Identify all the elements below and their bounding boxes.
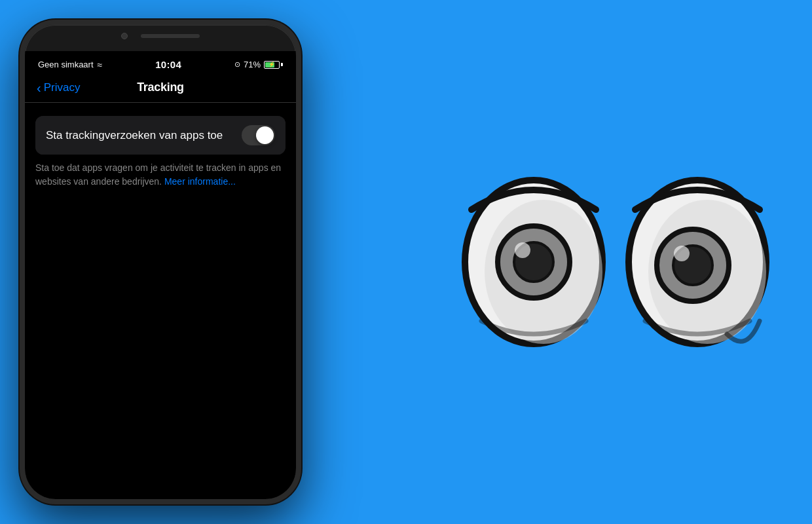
wifi-icon: ≈ [98,60,103,70]
eyes-illustration [452,131,779,393]
status-right: ⊙ 71% ⚡ [234,60,283,69]
description-text: Sta toe dat apps vragen om je activiteit… [25,155,296,199]
phone-speaker [141,34,200,38]
svg-point-9 [674,246,690,261]
tracking-toggle-label: Sta trackingverzoeken van apps toe [46,129,242,142]
phone-wrapper: Geen simkaart ≈ 10:04 ⊙ 71% ⚡ [20,20,301,504]
sim-status: Geen simkaart [38,60,94,69]
back-chevron-icon: ‹ [37,81,41,94]
phone-device: Geen simkaart ≈ 10:04 ⊙ 71% ⚡ [20,20,301,504]
time-display: 10:04 [155,59,181,70]
status-bar: Geen simkaart ≈ 10:04 ⊙ 71% ⚡ [25,51,296,75]
nav-divider [25,102,296,103]
navigation-bar: ‹ Privacy Tracking [25,75,296,102]
right-eye-group [629,180,766,344]
settings-section: Sta trackingverzoeken van apps toe [35,116,286,155]
back-label: Privacy [44,81,81,94]
battery-body: ⚡ [264,61,280,69]
svg-point-4 [515,242,530,258]
toggle-knob [256,126,274,144]
page-title: Tracking [137,81,184,94]
left-eye-group [465,180,602,344]
back-button[interactable]: ‹ Privacy [37,81,80,94]
status-left: Geen simkaart ≈ [38,60,102,70]
description-body: Sta toe dat apps vragen om je activiteit… [35,162,281,187]
battery-percent: 71% [244,60,261,69]
phone-screen: Geen simkaart ≈ 10:04 ⊙ 71% ⚡ [25,51,296,499]
battery-tip [281,63,283,66]
meer-informatie-link[interactable]: Meer informatie... [164,176,236,187]
tracking-toggle[interactable] [242,125,275,145]
phone-camera [121,33,128,39]
location-icon: ⊙ [234,60,240,69]
phone-notch [121,33,200,39]
battery-lightning-icon: ⚡ [268,62,275,67]
settings-content: Sta trackingverzoeken van apps toe Sta t… [25,116,296,199]
battery-icon: ⚡ [264,61,283,69]
eyes-svg [452,131,779,393]
tracking-toggle-row: Sta trackingverzoeken van apps toe [35,116,286,155]
